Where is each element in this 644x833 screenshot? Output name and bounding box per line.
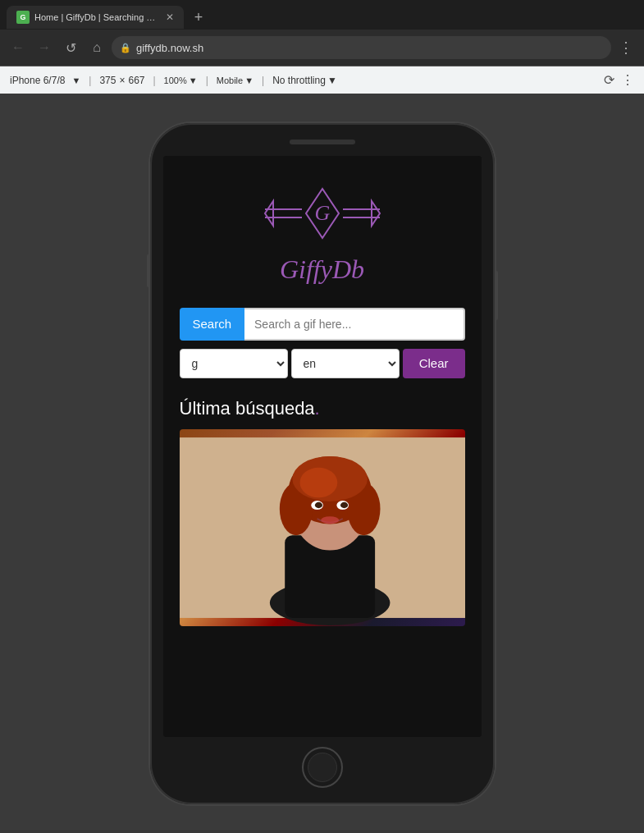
section-title: Última búsqueda. [180,398,465,419]
svg-point-21 [314,501,322,507]
tab-title: Home | GiffyDb | Searching gifs b... [34,12,158,22]
zoom-dropdown[interactable]: 100% ▼ [164,76,198,85]
active-tab[interactable]: G Home | GiffyDb | Searching gifs b... ✕ [7,6,184,29]
back-button[interactable]: ← [7,36,30,59]
phone-home-inner [308,753,337,782]
logo-text: GiffyDb [280,254,364,285]
dimensions: 375 × 667 [99,75,144,86]
forward-button[interactable]: → [33,36,56,59]
rating-select[interactable]: g pg pg-13 r [180,349,288,378]
device-label: iPhone 6/7/8 [10,75,65,86]
logo-container: G GiffyDb [180,181,465,285]
svg-text:G: G [314,201,330,225]
device-dropdown[interactable]: ▼ [71,76,80,85]
browser-chrome: G Home | GiffyDb | Searching gifs b... ✕… [0,0,644,94]
svg-point-23 [321,516,339,524]
browser-menu-button[interactable]: ⋮ [614,36,637,59]
search-button[interactable]: Search [180,308,245,341]
tab-close-button[interactable]: ✕ [166,11,174,23]
svg-marker-2 [265,201,273,226]
address-bar-row: ← → ↺ ⌂ 🔒 giffydb.now.sh ⋮ [0,30,644,66]
clear-button[interactable]: Clear [403,349,465,378]
svg-marker-5 [372,201,380,226]
search-row: Search [180,308,465,341]
logo-svg: G [257,181,388,254]
lock-icon: 🔒 [120,43,131,53]
home-button[interactable]: ⌂ [85,36,108,59]
gif-image [180,429,465,626]
mode-dropdown[interactable]: Mobile ▼ [217,76,253,85]
phone-container: G GiffyDb Search g pg pg-13 r [0,94,644,833]
app-content: G GiffyDb Search g pg pg-13 r [163,156,482,737]
svg-point-22 [340,501,347,507]
device-toolbar: iPhone 6/7/8 ▼ | 375 × 667 | 100% ▼ | Mo… [0,66,644,94]
rotate-button[interactable]: ⟳ [604,72,614,88]
gif-placeholder-svg [180,429,465,626]
new-tab-button[interactable]: + [187,6,210,29]
phone-screen: G GiffyDb Search g pg pg-13 r [163,156,482,737]
tab-favicon: G [16,11,30,24]
phone-home-button[interactable] [302,747,343,788]
phone-speaker [290,140,355,144]
language-select[interactable]: en es fr de [291,349,400,378]
filter-row: g pg pg-13 r en es fr de Clear [180,349,465,378]
throttle-dropdown[interactable]: No throttling ▼ [272,75,337,86]
address-text: giffydb.now.sh [136,42,203,54]
search-input[interactable] [244,308,464,341]
address-bar[interactable]: 🔒 giffydb.now.sh [112,36,611,59]
reload-button[interactable]: ↺ [59,36,82,59]
phone-volume-button [147,254,150,287]
toolbar-menu-button[interactable]: ⋮ [621,72,634,88]
tab-bar: G Home | GiffyDb | Searching gifs b... ✕… [0,0,644,30]
phone-body: G GiffyDb Search g pg pg-13 r [150,123,495,804]
svg-point-18 [299,467,337,497]
phone-power-button [495,271,498,320]
